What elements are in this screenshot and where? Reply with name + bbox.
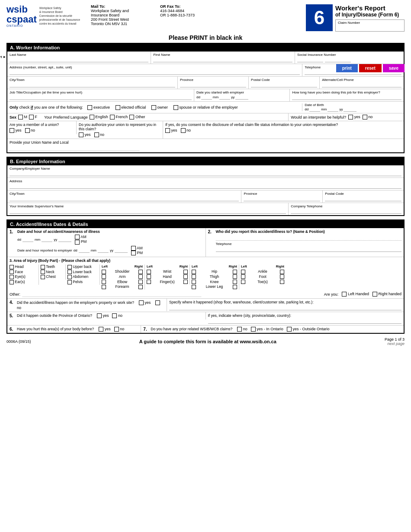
- last-name-input[interactable]: [10, 57, 148, 62]
- eye-option[interactable]: Eye(s): [10, 274, 37, 279]
- authorize-yes[interactable]: yes: [79, 132, 91, 137]
- french-option[interactable]: French: [110, 115, 128, 119]
- shoulder-left[interactable]: [102, 269, 106, 274]
- lower-back-option[interactable]: Lower back: [67, 270, 98, 274]
- wrist-left[interactable]: [147, 269, 151, 274]
- company-name-input[interactable]: [10, 171, 401, 176]
- arm-left[interactable]: [102, 274, 106, 279]
- disclosure-no[interactable]: no: [181, 128, 191, 133]
- lower-leg-left[interactable]: [192, 284, 196, 289]
- union-name-input[interactable]: [10, 146, 139, 151]
- date-started-yy[interactable]: [235, 95, 248, 100]
- supervisor-input[interactable]: [10, 209, 286, 214]
- q7-yes-ontario[interactable]: yes - In Ontario: [251, 327, 283, 332]
- hand-left[interactable]: [147, 274, 151, 279]
- am-option-2[interactable]: AM: [131, 246, 143, 251]
- female-option[interactable]: F: [29, 115, 37, 119]
- disclosure-yes[interactable]: yes: [165, 128, 177, 133]
- date-started-dd[interactable]: [201, 95, 212, 100]
- dob-mm[interactable]: [328, 107, 338, 112]
- pelvis-option[interactable]: Pelvis: [67, 280, 98, 284]
- left-handed-option[interactable]: Left Handed: [342, 292, 369, 297]
- job-title-input[interactable]: [10, 95, 192, 100]
- toe-right[interactable]: [280, 279, 284, 284]
- face-option[interactable]: Face: [10, 270, 37, 274]
- accident-yy[interactable]: [58, 237, 71, 242]
- am-option-1[interactable]: AM: [75, 235, 87, 239]
- owner-option[interactable]: owner: [151, 105, 168, 110]
- elbow-right[interactable]: [138, 279, 143, 284]
- upper-back-option[interactable]: Upper back: [67, 264, 98, 269]
- forearm-right[interactable]: [138, 284, 143, 289]
- interpreter-no[interactable]: no: [363, 115, 373, 119]
- q5-specify-input[interactable]: [208, 319, 402, 324]
- postal-code-input-a[interactable]: [251, 82, 317, 87]
- neck-option[interactable]: Neck: [41, 270, 64, 274]
- save-button[interactable]: save: [383, 64, 405, 72]
- date-started-mm[interactable]: [219, 95, 230, 100]
- reset-button[interactable]: reset: [359, 64, 382, 72]
- wrist-right[interactable]: [183, 269, 188, 274]
- accident-mm[interactable]: [42, 237, 52, 242]
- q5-yes[interactable]: yes: [97, 313, 109, 318]
- first-name-input[interactable]: [153, 57, 292, 62]
- foot-right[interactable]: [280, 274, 284, 279]
- teeth-option[interactable]: Teeth: [41, 264, 64, 269]
- postal-input-b[interactable]: [325, 196, 401, 201]
- other-input[interactable]: [22, 292, 201, 297]
- dob-dd[interactable]: [309, 107, 320, 112]
- reported-mm[interactable]: [98, 248, 109, 253]
- how-long-input[interactable]: [292, 95, 401, 100]
- spouse-option[interactable]: spouse or relative of the employer: [173, 105, 238, 110]
- elected-official-option[interactable]: elected official: [116, 105, 146, 110]
- pm-option-2[interactable]: PM: [131, 251, 143, 255]
- alt-phone-input[interactable]: [322, 82, 401, 87]
- reported-dd[interactable]: [79, 248, 90, 253]
- hip-left[interactable]: [192, 269, 196, 274]
- accident-dd[interactable]: [22, 237, 33, 242]
- fingers-right[interactable]: [183, 279, 188, 284]
- toe-left[interactable]: [241, 279, 245, 284]
- abdomen-option[interactable]: Abdomen: [67, 274, 98, 279]
- address-input[interactable]: [10, 70, 300, 75]
- forearm-left[interactable]: [102, 284, 106, 289]
- arm-right[interactable]: [138, 274, 143, 279]
- print-button[interactable]: print: [336, 64, 358, 72]
- right-handed-option[interactable]: Right handed: [372, 292, 401, 297]
- pm-option-1[interactable]: PM: [75, 239, 87, 244]
- address-input-b[interactable]: [10, 184, 401, 189]
- lower-leg-right[interactable]: [233, 284, 237, 289]
- q6-yes[interactable]: yes: [99, 327, 111, 332]
- ankle-right[interactable]: [280, 269, 284, 274]
- fingers-left[interactable]: [147, 279, 151, 284]
- ankle-left[interactable]: [241, 269, 245, 274]
- ear-option[interactable]: Ear(s): [10, 280, 37, 284]
- knee-right[interactable]: [233, 279, 237, 284]
- q7-yes-outside[interactable]: yes - Outside Ontario: [287, 327, 330, 332]
- sin-input-2[interactable]: [325, 57, 351, 62]
- other-option[interactable]: Other: [129, 115, 145, 119]
- city-input-a[interactable]: [10, 82, 175, 87]
- foot-left[interactable]: [241, 274, 245, 279]
- union-yes[interactable]: yes: [10, 128, 22, 133]
- english-option[interactable]: English: [90, 115, 108, 119]
- executive-option[interactable]: executive: [87, 105, 110, 110]
- q4-yes[interactable]: yes: [139, 300, 151, 305]
- hand-right[interactable]: [183, 274, 188, 279]
- q4-specify-input[interactable]: [169, 305, 401, 310]
- authorize-no[interactable]: no: [94, 132, 105, 137]
- q5-no[interactable]: no: [112, 313, 122, 318]
- chest-option[interactable]: Chest: [41, 274, 64, 279]
- shoulder-right[interactable]: [138, 269, 143, 274]
- company-tel-input[interactable]: [291, 209, 401, 214]
- reported-yy[interactable]: [115, 248, 128, 253]
- elbow-left[interactable]: [102, 279, 106, 284]
- thigh-left[interactable]: [192, 274, 196, 279]
- next-page[interactable]: next page: [385, 342, 405, 346]
- dob-yy[interactable]: [344, 107, 356, 112]
- male-option[interactable]: M: [18, 115, 27, 119]
- province-input-a[interactable]: [180, 82, 246, 87]
- city-input-b[interactable]: [10, 196, 239, 201]
- province-input-b[interactable]: [244, 196, 320, 201]
- hip-right[interactable]: [233, 269, 237, 274]
